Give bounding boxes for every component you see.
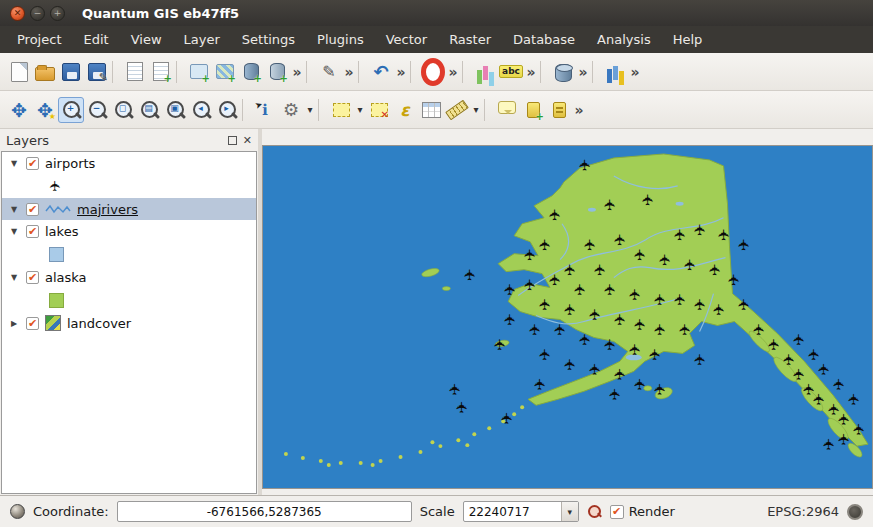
- new-project[interactable]: [6, 59, 32, 85]
- render-checkbox[interactable]: [610, 505, 624, 519]
- toolbar-overflow[interactable]: »: [628, 59, 642, 85]
- measure-line[interactable]: [444, 97, 470, 123]
- svg-text:✈: ✈: [601, 338, 619, 351]
- toolbar-overflow[interactable]: »: [576, 59, 590, 85]
- composer-manager[interactable]: +: [148, 59, 174, 85]
- scale-combobox[interactable]: 22240717: [463, 501, 579, 522]
- zoom-to-layer[interactable]: ▤: [136, 97, 162, 123]
- menu-layer[interactable]: Layer: [173, 28, 231, 51]
- toolbar-overflow[interactable]: »: [446, 59, 460, 85]
- toolbar-overflow[interactable]: »: [524, 59, 538, 85]
- zoom-in[interactable]: +: [58, 97, 84, 123]
- minimize-button[interactable]: [30, 6, 45, 21]
- expand-icon[interactable]: ▶: [8, 319, 20, 328]
- crs-status-icon[interactable]: [847, 504, 863, 520]
- undo[interactable]: ↶: [368, 59, 394, 85]
- svg-text:✈: ✈: [646, 348, 664, 361]
- select-features[interactable]: [328, 97, 354, 123]
- layer-item-majrivers[interactable]: ▼✔majrivers: [2, 198, 256, 220]
- layer-item-landcover[interactable]: ▶✔landcover: [2, 312, 256, 334]
- labeling[interactable]: abc: [498, 59, 524, 85]
- layer-item-alaska[interactable]: ▼✔alaska: [2, 266, 256, 288]
- float-panel-icon[interactable]: [228, 136, 237, 145]
- close-panel-icon[interactable]: [243, 135, 252, 146]
- layer-visibility-checkbox[interactable]: ✔: [26, 317, 39, 330]
- zoom-last[interactable]: ◂: [188, 97, 214, 123]
- svg-text:✈: ✈: [820, 438, 838, 451]
- fill-symbol-alaska: [49, 293, 64, 308]
- menu-settings[interactable]: Settings: [231, 28, 306, 51]
- chevron-down[interactable]: ▾: [470, 97, 482, 123]
- raster-histogram[interactable]: [472, 59, 498, 85]
- collapse-icon[interactable]: ▼: [8, 205, 20, 214]
- toolbar-separator: [306, 61, 314, 83]
- collapse-icon[interactable]: ▼: [8, 273, 20, 282]
- show-bookmarks[interactable]: [546, 97, 572, 123]
- toolbar-separator: [484, 99, 492, 121]
- close-button[interactable]: [10, 6, 25, 21]
- zoom-to-selection[interactable]: ▣: [162, 97, 188, 123]
- save-project[interactable]: [58, 59, 84, 85]
- layer-visibility-checkbox[interactable]: ✔: [26, 203, 39, 216]
- layer-visibility-checkbox[interactable]: ✔: [26, 271, 39, 284]
- svg-text:✈: ✈: [626, 288, 644, 301]
- pan-to-selection[interactable]: ✥: [32, 97, 58, 123]
- toolbar-overflow[interactable]: »: [342, 59, 356, 85]
- layer-item-lakes[interactable]: ▼✔lakes: [2, 220, 256, 242]
- save-project-as[interactable]: ✎: [84, 59, 110, 85]
- layer-item-airports[interactable]: ▼✔airports: [2, 152, 256, 174]
- layer-visibility-checkbox[interactable]: ✔: [26, 225, 39, 238]
- toolbar-overflow[interactable]: »: [290, 59, 304, 85]
- collapse-icon[interactable]: ▼: [8, 227, 20, 236]
- menu-database[interactable]: Database: [502, 28, 586, 51]
- toolbar-overflow[interactable]: »: [572, 97, 586, 123]
- select-by-expression[interactable]: ε: [392, 97, 418, 123]
- chevron-down[interactable]: ▾: [304, 97, 316, 123]
- toggle-editing[interactable]: ✎: [316, 59, 342, 85]
- layer-visibility-checkbox[interactable]: ✔: [26, 157, 39, 170]
- svg-text:✈: ✈: [536, 298, 554, 311]
- chevron-down[interactable]: ▾: [354, 97, 366, 123]
- open-attribute-table[interactable]: [418, 97, 444, 123]
- zoom-next[interactable]: ▸: [214, 97, 240, 123]
- help-contents[interactable]: [420, 59, 446, 85]
- magnifier-icon[interactable]: [587, 504, 602, 519]
- svg-text:✈: ✈: [735, 238, 753, 251]
- menu-project[interactable]: Project: [6, 28, 72, 51]
- coordinate-input[interactable]: [117, 501, 412, 522]
- zoom-full[interactable]: ◻: [110, 97, 136, 123]
- menu-analysis[interactable]: Analysis: [586, 28, 662, 51]
- map-tools-options[interactable]: ⚙: [278, 97, 304, 123]
- collapse-icon[interactable]: ▼: [8, 159, 20, 168]
- svg-text:✈: ✈: [586, 308, 604, 321]
- add-postgis-layer[interactable]: +: [238, 59, 264, 85]
- menu-help[interactable]: Help: [662, 28, 714, 51]
- menu-plugins[interactable]: Plugins: [306, 28, 375, 51]
- svg-text:✈: ✈: [521, 278, 539, 291]
- open-project[interactable]: [32, 59, 58, 85]
- db-manager[interactable]: [550, 59, 576, 85]
- toolbar-overflow[interactable]: »: [394, 59, 408, 85]
- svg-text:✈: ✈: [498, 412, 516, 425]
- deselect-features[interactable]: [366, 97, 392, 123]
- zoom-out[interactable]: −: [84, 97, 110, 123]
- add-raster-layer[interactable]: +: [212, 59, 238, 85]
- add-spatialite-layer[interactable]: +: [264, 59, 290, 85]
- maximize-button[interactable]: [50, 6, 65, 21]
- identify-features[interactable]: ℹ: [252, 97, 278, 123]
- menu-vector[interactable]: Vector: [375, 28, 438, 51]
- pan-map[interactable]: ✥: [6, 97, 32, 123]
- add-vector-layer[interactable]: +: [186, 59, 212, 85]
- menu-raster[interactable]: Raster: [438, 28, 502, 51]
- svg-text:✈: ✈: [750, 323, 768, 336]
- menu-edit[interactable]: Edit: [72, 28, 119, 51]
- map-tips[interactable]: [494, 97, 520, 123]
- statistics-chart[interactable]: [602, 59, 628, 85]
- map-canvas[interactable]: ✈✈✈✈✈✈✈✈✈✈✈✈✈✈✈✈✈✈✈✈✈✈✈✈✈✈✈✈✈✈✈✈✈✈✈✈✈✈✈✈…: [262, 145, 873, 489]
- toolbar-separator: [592, 61, 600, 83]
- new-print-composer[interactable]: [122, 59, 148, 85]
- svg-text:✈: ✈: [581, 238, 599, 251]
- chevron-down-icon[interactable]: [561, 502, 578, 521]
- new-bookmark[interactable]: +: [520, 97, 546, 123]
- menu-view[interactable]: View: [120, 28, 173, 51]
